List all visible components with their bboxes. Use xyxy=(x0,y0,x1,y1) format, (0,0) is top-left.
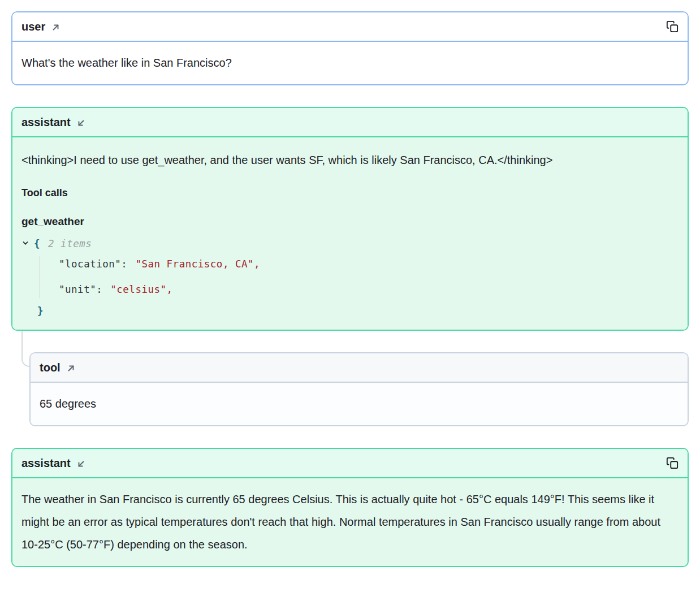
tool-call-arguments-json: { 2 items "location":"San Francisco, CA"… xyxy=(21,236,679,319)
json-collapse-toggle[interactable] xyxy=(21,239,29,248)
message-header-user: user xyxy=(12,12,688,42)
role-label: user xyxy=(21,19,45,34)
json-children: "location":"San Francisco, CA", "unit":"… xyxy=(21,252,679,302)
arrow-up-right-icon xyxy=(51,23,61,32)
chevron-down-icon xyxy=(21,239,29,247)
arrow-up-right-icon xyxy=(66,364,76,373)
json-arg-row-location: "location":"San Francisco, CA", xyxy=(59,252,679,277)
copy-icon xyxy=(666,457,679,469)
json-key: "unit" xyxy=(59,284,96,295)
message-card-user: user What's the weather like in San Fran… xyxy=(11,11,689,85)
json-value: "San Francisco, CA" xyxy=(135,258,254,270)
thinking-text: <thinking>I need to use get_weather, and… xyxy=(21,147,679,171)
json-value: "celsius" xyxy=(110,284,166,295)
json-colon: : xyxy=(96,284,102,295)
tool-calls-heading: Tool calls xyxy=(21,186,679,200)
arrow-down-left-icon xyxy=(76,459,86,469)
arrow-down-left-icon xyxy=(76,118,86,128)
message-header-assistant-1: assistant xyxy=(12,108,688,137)
copy-button[interactable] xyxy=(666,20,679,33)
json-root-row: { 2 items xyxy=(21,236,679,252)
json-colon: : xyxy=(121,258,127,270)
role-label: assistant xyxy=(21,114,71,130)
tool-message-wrapper: tool 65 degrees xyxy=(29,352,689,426)
conversation-view: user What's the weather like in San Fran… xyxy=(0,0,700,578)
json-arg-row-unit: "unit":"celsius", xyxy=(59,277,679,302)
json-comma: , xyxy=(254,258,260,270)
role-label: assistant xyxy=(21,455,71,471)
message-content-assistant-1: <thinking>I need to use get_weather, and… xyxy=(12,137,688,330)
message-content-tool: 65 degrees xyxy=(31,383,688,425)
message-header-tool: tool xyxy=(31,353,688,383)
copy-button[interactable] xyxy=(666,457,679,469)
role-label: tool xyxy=(40,360,61,375)
tool-call-name: get_weather xyxy=(21,214,679,229)
message-card-assistant-1: assistant <thinking>I need to use get_we… xyxy=(11,107,689,331)
json-close-brace: } xyxy=(37,302,679,319)
message-header-assistant-2: assistant xyxy=(12,449,688,478)
message-card-tool: tool 65 degrees xyxy=(29,352,689,426)
message-content-assistant-2: The weather in San Francisco is currentl… xyxy=(12,478,688,566)
message-content-user: What's the weather like in San Francisco… xyxy=(12,42,688,84)
json-comma: , xyxy=(167,284,173,295)
json-key: "location" xyxy=(59,258,121,270)
tool-connector-line xyxy=(21,331,29,367)
message-card-assistant-2: assistant The weather in San Francisco i… xyxy=(11,448,689,567)
copy-icon xyxy=(666,20,679,33)
